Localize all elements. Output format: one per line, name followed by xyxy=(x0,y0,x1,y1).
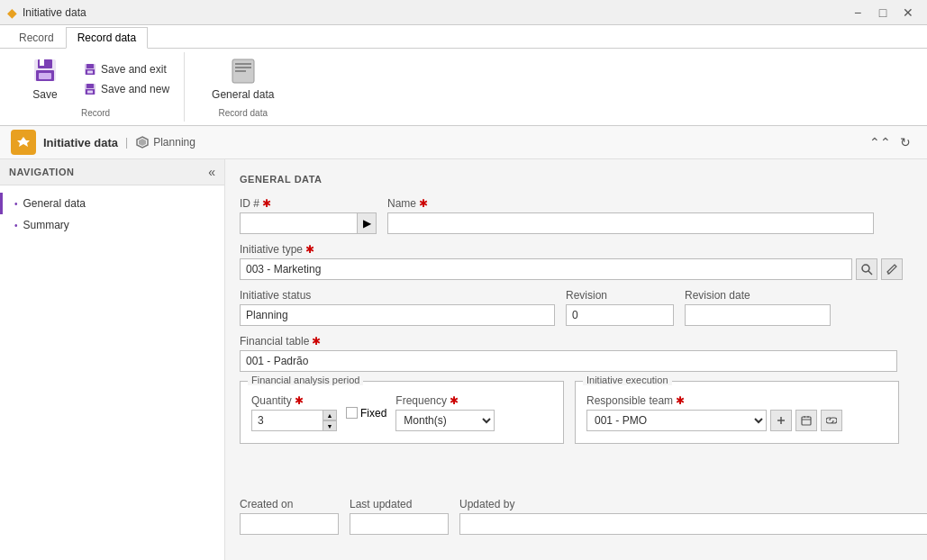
add-icon xyxy=(776,415,786,426)
responsible-team-label: Responsible team ✱ xyxy=(586,394,842,407)
svg-rect-8 xyxy=(87,71,93,74)
save-icon xyxy=(31,56,59,85)
collapse-button[interactable]: ⌃⌃ xyxy=(869,131,891,153)
financial-table-label: Financial table ✱ xyxy=(240,335,897,348)
id-label: ID # ✱ xyxy=(240,197,377,210)
quantity-increment-button[interactable]: ▲ xyxy=(323,410,337,420)
save-and-exit-label: Save and exit xyxy=(101,63,167,76)
window-title: Initiative data xyxy=(23,6,86,19)
revision-date-label: Revision date xyxy=(685,289,831,302)
responsible-team-required: ✱ xyxy=(676,394,685,407)
save-and-new-button[interactable]: Save and new xyxy=(79,80,173,98)
quantity-required: ✱ xyxy=(295,394,304,407)
save-and-exit-button[interactable]: Save and exit xyxy=(79,60,173,78)
close-button[interactable]: ✕ xyxy=(896,3,920,23)
created-on-field: Created on xyxy=(240,498,339,535)
updated-by-field: Updated by xyxy=(459,498,927,535)
initiative-type-row: Initiative type ✱ xyxy=(240,243,913,280)
nav-item-general-data[interactable]: • General data xyxy=(0,193,224,214)
initiative-execution-legend: Initiative execution xyxy=(583,375,672,385)
quantity-input[interactable] xyxy=(251,410,323,431)
svg-line-23 xyxy=(868,271,872,275)
fixed-check-box xyxy=(346,407,358,419)
title-bar: ◆ Initiative data − □ ✕ xyxy=(0,0,927,25)
ribbon-group-record: Save Save and exit xyxy=(7,52,185,122)
breadcrumb-icon xyxy=(11,130,36,155)
breadcrumb-bar: Initiative data | Planning ⌃⌃ ↻ xyxy=(0,126,927,159)
general-data-button[interactable]: General data xyxy=(203,52,283,104)
name-label: Name ✱ xyxy=(387,197,874,210)
quantity-field: Quantity ✱ ▲ ▼ xyxy=(251,394,337,431)
nav-item-summary[interactable]: • Summary xyxy=(0,214,224,236)
frequency-select[interactable]: Month(s) Year(s) Day(s) xyxy=(395,410,495,431)
quantity-input-row: ▲ ▼ xyxy=(251,410,337,431)
initiative-type-field: Initiative type ✱ xyxy=(240,243,903,280)
last-updated-label: Last updated xyxy=(350,498,449,510)
initiative-status-input[interactable] xyxy=(240,304,555,326)
financial-table-required: ✱ xyxy=(312,335,321,348)
ribbon-group-record-data-label: Record data xyxy=(219,108,268,118)
maximize-button[interactable]: □ xyxy=(871,3,895,23)
created-on-label: Created on xyxy=(240,498,339,510)
responsible-team-input-row: 001 - PMO xyxy=(586,410,842,431)
financial-table-input[interactable] xyxy=(240,350,897,372)
initiative-type-edit-button[interactable] xyxy=(881,258,903,280)
save-and-new-label: Save and new xyxy=(101,83,169,95)
revision-input[interactable] xyxy=(566,304,674,326)
tab-record-data[interactable]: Record data xyxy=(66,27,148,49)
responsible-team-select[interactable]: 001 - PMO xyxy=(586,410,767,431)
content-area: GENERAL DATA ID # ✱ ▶ Name ✱ xyxy=(225,159,927,560)
initiative-execution-content: Responsible team ✱ 001 - PMO xyxy=(586,394,887,431)
id-input[interactable] xyxy=(240,212,357,234)
frequency-required: ✱ xyxy=(450,394,459,407)
id-name-row: ID # ✱ ▶ Name ✱ xyxy=(240,197,913,234)
responsible-link-button[interactable] xyxy=(821,410,842,431)
name-field: Name ✱ xyxy=(387,197,874,234)
breadcrumb-right: ⌃⌃ ↻ xyxy=(869,131,916,153)
fixed-label: Fixed xyxy=(360,407,386,420)
planning-icon xyxy=(135,135,150,149)
ribbon-group-record-data: General data Record data xyxy=(192,52,294,122)
nav-sidebar: NAVIGATION « • General data • Summary xyxy=(0,159,225,560)
minimize-button[interactable]: − xyxy=(846,3,869,23)
nav-collapse-button[interactable]: « xyxy=(208,165,215,179)
revision-date-input[interactable] xyxy=(685,304,831,326)
svg-rect-2 xyxy=(40,59,44,66)
initiative-type-search-button[interactable] xyxy=(856,258,877,280)
name-input[interactable] xyxy=(387,212,874,234)
initiative-status-field: Initiative status xyxy=(240,289,555,326)
ribbon-save-actions: Save and exit Save and new xyxy=(79,60,173,98)
revision-label: Revision xyxy=(566,289,674,302)
updated-by-input xyxy=(459,513,927,535)
general-data-icon xyxy=(229,56,258,85)
footer-row: Created on Last updated Updated by xyxy=(240,498,913,535)
svg-rect-12 xyxy=(87,91,93,94)
section-title: GENERAL DATA xyxy=(240,174,913,185)
revision-field: Revision xyxy=(566,289,674,326)
tab-record[interactable]: Record xyxy=(7,27,66,48)
fixed-checkbox[interactable]: Fixed xyxy=(346,407,386,420)
initiative-type-required: ✱ xyxy=(305,243,314,256)
initiative-type-input[interactable] xyxy=(240,258,852,280)
nav-items: • General data • Summary xyxy=(0,185,224,243)
svg-rect-16 xyxy=(235,67,251,68)
responsible-add-button[interactable] xyxy=(770,410,792,431)
refresh-button[interactable]: ↻ xyxy=(895,131,916,153)
svg-marker-21 xyxy=(139,139,146,146)
name-required: ✱ xyxy=(419,197,428,210)
calendar-icon xyxy=(801,415,812,426)
svg-rect-27 xyxy=(802,417,811,425)
id-lookup-button[interactable]: ▶ xyxy=(357,212,377,234)
frequency-field: Frequency ✱ Month(s) Year(s) Day(s) xyxy=(395,394,495,431)
breadcrumb-sub-title: Planning xyxy=(153,136,195,149)
svg-point-22 xyxy=(862,265,869,272)
responsible-calendar-button[interactable] xyxy=(795,410,817,431)
save-button[interactable]: Save xyxy=(18,52,72,104)
footer-area: Created on Last updated Updated by xyxy=(240,498,913,535)
app-icon: ◆ xyxy=(7,5,17,20)
ribbon: Record Record data Sav xyxy=(0,25,927,126)
svg-rect-15 xyxy=(235,63,251,65)
quantity-decrement-button[interactable]: ▼ xyxy=(323,420,337,431)
ribbon-tabs: Record Record data xyxy=(0,25,927,48)
created-on-input xyxy=(240,513,339,535)
